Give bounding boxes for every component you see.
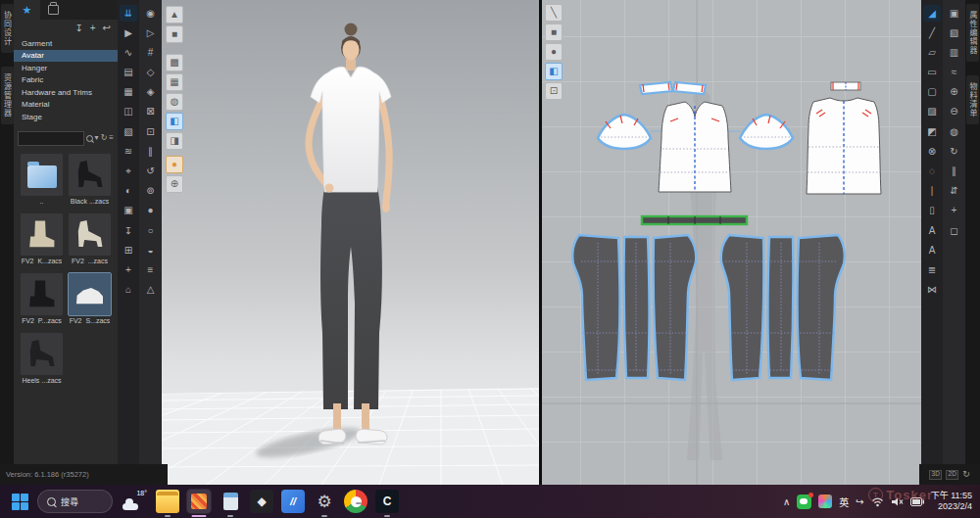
half-tool[interactable]: ◒	[142, 242, 160, 259]
strip-tool[interactable]: ▯	[923, 203, 941, 219]
assets-tab[interactable]	[40, 0, 67, 20]
file-explorer[interactable]	[156, 490, 179, 513]
pants-pieces-left[interactable]	[572, 235, 696, 380]
library-category[interactable]: Stage	[14, 111, 118, 123]
avatar[interactable]	[309, 24, 391, 446]
library-asset[interactable]: FV2_K...zacs	[19, 213, 65, 264]
library-asset[interactable]: Heels ...zacs	[19, 333, 65, 384]
pants-pieces-right[interactable]	[721, 235, 845, 380]
sleeve-left[interactable]	[598, 115, 651, 149]
simulate[interactable]: ⇊	[120, 5, 137, 22]
weather-widget[interactable]: 18°	[122, 490, 145, 513]
sphere-tool[interactable]: ●	[142, 203, 160, 219]
show-garment-2d[interactable]: ■	[545, 24, 563, 41]
pin-tool[interactable]: ⌖	[120, 164, 137, 180]
toggle-3d-window-button[interactable]: 3D	[929, 470, 942, 480]
front-bodice[interactable]	[659, 102, 731, 192]
add-stitch[interactable]: +	[120, 261, 137, 278]
hanger-tool[interactable]: ⌂	[120, 282, 137, 299]
avatar-mode[interactable]: ◉	[142, 5, 160, 22]
arrange-board[interactable]: ◈	[142, 84, 160, 101]
collapse[interactable]: ↩	[103, 24, 111, 33]
show-stitches[interactable]: ▦	[166, 73, 183, 91]
show-fabric[interactable]: ▩	[166, 54, 183, 71]
tray-chevron-icon[interactable]: ∧	[783, 496, 790, 507]
target-tool[interactable]: ⊚	[142, 183, 160, 200]
settings[interactable]	[313, 490, 336, 513]
transform-pattern[interactable]: ◢	[923, 5, 941, 22]
library-asset[interactable]: FV2_S...zacs	[67, 273, 113, 324]
x-ray[interactable]: ⊠	[142, 104, 160, 120]
trims-tool[interactable]: ⊞	[120, 242, 137, 259]
library-category[interactable]: Hanger	[14, 62, 118, 74]
bend-tool[interactable]: ⊡	[142, 123, 160, 140]
library-asset[interactable]: ..	[19, 154, 65, 205]
pose-tool[interactable]: ▷	[142, 24, 160, 41]
library-asset[interactable]: Black ...zacs	[67, 154, 113, 205]
viewport-2d[interactable]: ╲■●◧⊡	[542, 0, 921, 485]
free-sewing[interactable]: ∿	[120, 44, 137, 61]
view-mode-icon[interactable]: ≡	[109, 134, 114, 142]
search-icon[interactable]	[86, 135, 93, 142]
measure-2d[interactable]: ◍	[946, 123, 963, 140]
right-vertical-tab[interactable]: 物料清单	[966, 75, 979, 124]
library-category[interactable]: Garment	[14, 37, 118, 50]
measure-tape[interactable]: #	[142, 44, 160, 61]
marmoset[interactable]	[281, 490, 305, 513]
smooth-tool[interactable]: ≈	[946, 65, 963, 81]
seam-tape[interactable]: ≋	[120, 143, 137, 160]
add-piece[interactable]: +	[946, 203, 963, 219]
taskbar-clock[interactable]: 下午 11:55 2023/2/4	[931, 491, 972, 513]
clo[interactable]	[375, 490, 399, 513]
trace-tool[interactable]: ◌	[923, 164, 941, 180]
pin-figure[interactable]: △	[142, 282, 160, 299]
polygon-pattern[interactable]: ▱	[923, 44, 941, 61]
segment-sewing[interactable]: ◫	[120, 104, 137, 120]
round-rect[interactable]: ▢	[923, 84, 941, 101]
copy-pattern[interactable]: ▣	[946, 5, 963, 22]
arrange-points[interactable]: ◇	[142, 65, 160, 81]
viewport-3d[interactable]: ▲■▩▦◍◧◨●⊕	[162, 0, 539, 485]
show-fabric-2d[interactable]: ●	[545, 43, 563, 61]
grade-tool[interactable]: ▥	[946, 44, 963, 61]
style3d[interactable]	[187, 490, 211, 513]
left-vertical-tab[interactable]: 资源管理器	[1, 67, 14, 124]
flip-tool[interactable]: ⇵	[946, 183, 963, 200]
chrome[interactable]	[344, 490, 368, 513]
circle-tool[interactable]: ○	[142, 222, 160, 239]
snip-arrow-icon[interactable]: ↪	[856, 496, 863, 507]
dart-tool[interactable]: ⋈	[923, 282, 941, 299]
remove-point[interactable]: ⊖	[946, 104, 963, 120]
align-tool[interactable]: ∥	[946, 164, 963, 180]
library-category[interactable]: Avatar	[14, 50, 118, 63]
export-tool[interactable]: ↧	[120, 222, 137, 239]
library-category[interactable]: Material	[14, 99, 118, 112]
show-pattern[interactable]: ◧	[166, 113, 183, 130]
reset-pose[interactable]: ↺	[142, 164, 160, 180]
library-category[interactable]: Hardware and Trims	[14, 86, 118, 99]
library-asset[interactable]: FV2_...zacs	[67, 213, 113, 264]
back-neck-strip[interactable]	[831, 82, 860, 90]
show-garment[interactable]: ■	[166, 25, 183, 43]
taskbar-search[interactable]: 搜尋	[37, 490, 113, 513]
calculator[interactable]	[219, 490, 242, 513]
favorites-tab[interactable]: ★	[14, 0, 40, 20]
text-edit[interactable]: A	[923, 242, 941, 259]
wifi-icon[interactable]	[871, 496, 884, 507]
ime-indicator[interactable]: 英	[839, 494, 849, 509]
garment-tool[interactable]: ▤	[120, 65, 137, 81]
show-cloth[interactable]: ◨	[166, 132, 183, 150]
toggle-2d-window-button[interactable]: 2D	[946, 470, 958, 480]
show-avatar[interactable]: ●	[166, 156, 183, 173]
lock-pattern[interactable]: ⊡	[545, 82, 563, 100]
show-paper[interactable]: ◧	[545, 63, 563, 80]
texture-brush[interactable]: ◐	[120, 183, 137, 200]
snapshot[interactable]: ▣	[120, 203, 137, 219]
edit-curve[interactable]: ╱	[923, 24, 941, 41]
battery-icon[interactable]	[910, 497, 924, 506]
rotate-piece[interactable]: ↻	[946, 143, 963, 160]
neckband-pieces[interactable]	[640, 82, 706, 94]
select-tool[interactable]: ▶	[120, 24, 137, 41]
refresh-icon[interactable]: ↻	[101, 134, 108, 142]
internal-shape[interactable]: ◩	[923, 123, 941, 140]
